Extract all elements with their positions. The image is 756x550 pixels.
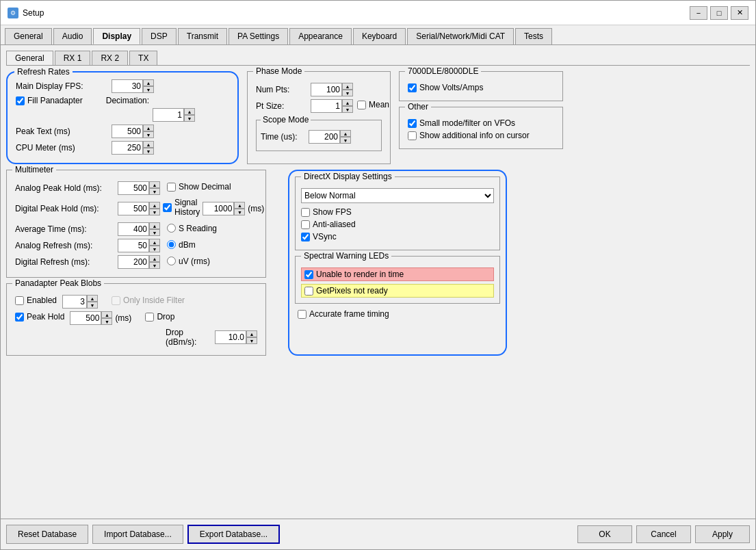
fill-panadapter-checkbox[interactable] xyxy=(16,96,25,105)
close-button[interactable]: ✕ xyxy=(731,6,748,20)
maximize-button[interactable]: □ xyxy=(710,6,728,20)
peak-text-input[interactable]: 500 xyxy=(112,125,143,138)
show-decimal-checkbox[interactable] xyxy=(167,183,176,192)
enabled-checkbox[interactable] xyxy=(15,296,24,305)
tab-keyboard[interactable]: Keyboard xyxy=(353,28,406,44)
unable-to-render-checkbox[interactable] xyxy=(304,270,313,279)
peak-hold-input[interactable]: 500 xyxy=(70,311,101,325)
digital-peak-hold-down[interactable]: ▼ xyxy=(149,209,160,215)
peak-hold-spinner: 500 ▲ ▼ xyxy=(70,311,112,325)
signal-history-checkbox[interactable] xyxy=(163,203,172,212)
average-time-up[interactable]: ▲ xyxy=(149,222,160,229)
digital-refresh-input[interactable]: 200 xyxy=(118,255,149,269)
subtab-tx[interactable]: TX xyxy=(129,51,157,65)
decimation-down[interactable]: ▼ xyxy=(184,115,195,122)
get-pixels-checkbox[interactable] xyxy=(304,287,313,296)
show-fps-checkbox[interactable] xyxy=(301,208,310,217)
peak-hold-checkbox[interactable] xyxy=(15,313,24,322)
only-inside-filter-checkbox[interactable] xyxy=(112,296,120,305)
main-display-fps-input[interactable]: 30 xyxy=(112,79,143,93)
time-us-input[interactable]: 200 xyxy=(309,130,340,144)
show-additional-checkbox[interactable] xyxy=(408,131,417,140)
show-volts-checkbox[interactable] xyxy=(408,83,417,92)
signal-history-input[interactable]: 1000 xyxy=(203,202,234,215)
analog-refresh-input[interactable]: 50 xyxy=(118,239,149,252)
time-us-up[interactable]: ▲ xyxy=(340,130,351,137)
dbm-radio[interactable] xyxy=(167,240,176,249)
accurate-frame-checkbox[interactable] xyxy=(298,310,307,319)
drop-dbms-up[interactable]: ▲ xyxy=(246,330,257,337)
mean-label: Mean xyxy=(369,100,389,109)
cancel-button[interactable]: Cancel xyxy=(636,525,691,543)
tab-appearance[interactable]: Appearance xyxy=(289,28,352,44)
average-time-label: Average Time (ms): xyxy=(15,224,118,234)
cpu-meter-down[interactable]: ▼ xyxy=(143,148,154,155)
directx-priority-select[interactable]: Below Normal Normal Above Normal High xyxy=(301,188,494,203)
tab-pa-settings[interactable]: PA Settings xyxy=(229,28,288,44)
num-pts-input[interactable]: 100 xyxy=(311,83,342,96)
analog-peak-hold-input[interactable]: 500 xyxy=(118,181,149,195)
digital-peak-hold-spinbtns: ▲ ▼ xyxy=(149,202,160,215)
tab-tests[interactable]: Tests xyxy=(515,28,552,44)
main-display-fps-down[interactable]: ▼ xyxy=(143,86,154,93)
subtab-rx2[interactable]: RX 2 xyxy=(92,51,128,65)
num-pts-up[interactable]: ▲ xyxy=(342,83,353,90)
drop-dbms-input[interactable]: 10.0 xyxy=(215,330,246,344)
cpu-meter-input[interactable]: 250 xyxy=(112,141,143,155)
analog-refresh-up[interactable]: ▲ xyxy=(149,239,160,246)
digital-peak-hold-input[interactable]: 500 xyxy=(118,202,149,215)
mean-checkbox[interactable] xyxy=(357,101,366,109)
tab-serial[interactable]: Serial/Network/Midi CAT xyxy=(407,28,514,44)
digital-peak-hold-up[interactable]: ▲ xyxy=(149,202,160,209)
tab-audio[interactable]: Audio xyxy=(53,28,92,44)
phase-mode-title: Phase Mode xyxy=(253,66,304,76)
uv-rms-radio[interactable] xyxy=(167,257,176,265)
blobs-input[interactable]: 3 xyxy=(62,295,87,309)
peak-hold-down[interactable]: ▼ xyxy=(101,318,112,325)
multimeter-title: Multimeter xyxy=(12,165,56,174)
average-time-input[interactable]: 400 xyxy=(118,222,149,236)
ok-button[interactable]: OK xyxy=(577,525,632,543)
blobs-down[interactable]: ▼ xyxy=(87,302,98,309)
digital-refresh-down[interactable]: ▼ xyxy=(149,262,160,269)
analog-refresh-down[interactable]: ▼ xyxy=(149,246,160,252)
pt-size-label: Pt Size: xyxy=(256,101,311,111)
import-database-button[interactable]: Import Database... xyxy=(92,525,183,544)
peak-hold-up[interactable]: ▲ xyxy=(101,311,112,318)
tab-general[interactable]: General xyxy=(5,28,52,44)
tab-dsp[interactable]: DSP xyxy=(142,28,177,44)
decimation-input[interactable]: 1 xyxy=(153,108,184,122)
vsync-checkbox[interactable] xyxy=(301,233,310,241)
minimize-button[interactable]: − xyxy=(690,6,707,20)
main-display-fps-up[interactable]: ▲ xyxy=(143,79,154,86)
export-database-button[interactable]: Export Database... xyxy=(187,525,280,544)
tab-transmit[interactable]: Transmit xyxy=(178,28,227,44)
anti-aliased-checkbox[interactable] xyxy=(301,220,310,229)
digital-refresh-up[interactable]: ▲ xyxy=(149,255,160,262)
num-pts-down[interactable]: ▼ xyxy=(342,90,353,96)
drop-checkbox[interactable] xyxy=(145,313,154,322)
reset-database-button[interactable]: Reset Database xyxy=(6,525,88,544)
pt-size-down[interactable]: ▼ xyxy=(342,106,353,113)
average-time-down[interactable]: ▼ xyxy=(149,229,160,236)
pt-size-input[interactable]: 1 xyxy=(311,99,342,113)
tab-display[interactable]: Display xyxy=(93,28,140,44)
peak-text-down[interactable]: ▼ xyxy=(143,131,154,138)
dle-panel: 7000DLE/8000DLE Show Volts/Amps xyxy=(399,71,563,101)
pt-size-up[interactable]: ▲ xyxy=(342,99,353,106)
subtab-rx1[interactable]: RX 1 xyxy=(55,51,91,65)
analog-peak-hold-down[interactable]: ▼ xyxy=(149,188,160,195)
drop-dbms-down[interactable]: ▼ xyxy=(246,337,257,344)
cpu-meter-up[interactable]: ▲ xyxy=(143,141,154,148)
peak-text-up[interactable]: ▲ xyxy=(143,125,154,131)
blobs-up[interactable]: ▲ xyxy=(87,295,98,302)
decimation-up[interactable]: ▲ xyxy=(184,108,195,115)
signal-history-up[interactable]: ▲ xyxy=(234,202,245,209)
analog-peak-hold-up[interactable]: ▲ xyxy=(149,181,160,188)
time-us-down[interactable]: ▼ xyxy=(340,137,351,144)
subtab-general[interactable]: General xyxy=(6,51,53,65)
small-mode-checkbox[interactable] xyxy=(408,119,417,128)
apply-button[interactable]: Apply xyxy=(695,525,750,543)
s-reading-radio[interactable] xyxy=(167,224,176,233)
signal-history-down[interactable]: ▼ xyxy=(234,209,245,215)
